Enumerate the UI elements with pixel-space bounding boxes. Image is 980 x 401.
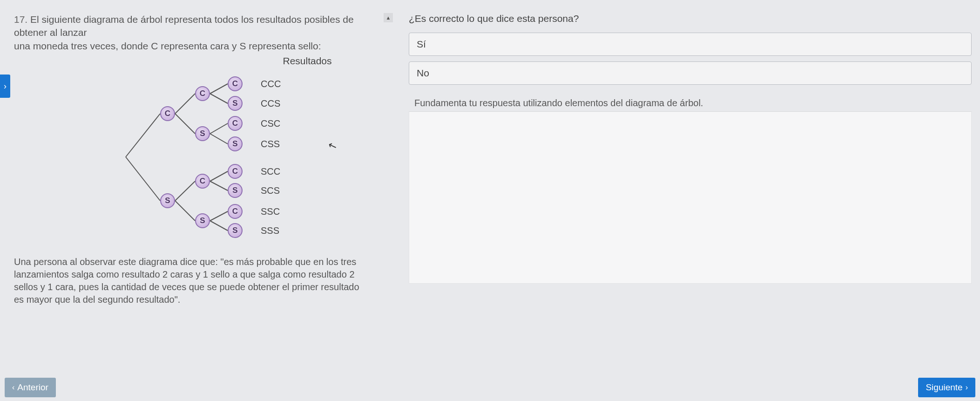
svg-line-12	[210, 211, 228, 221]
tree-node-l2-1: S	[195, 126, 210, 141]
outcome-label: CCC	[261, 79, 281, 89]
observation-statement: Una persona al observar este diagrama di…	[14, 256, 368, 306]
chevron-right-icon: ›	[966, 383, 968, 392]
outcome-label: SSS	[261, 225, 279, 236]
option-yes[interactable]: Sí	[409, 33, 972, 56]
answer-panel: ¿Es correcto lo que dice esta persona? S…	[400, 0, 980, 401]
tree-node-l1-1: S	[160, 193, 175, 208]
tree-node-l2-3: S	[195, 213, 210, 228]
outcome-label: SSC	[261, 206, 280, 217]
svg-line-9	[210, 134, 228, 144]
svg-line-8	[210, 123, 228, 134]
scroll-up-button[interactable]: ▲	[384, 13, 393, 22]
outcome-label: CSC	[261, 118, 280, 129]
prev-label: Anterior	[17, 382, 48, 393]
tree-node-l3-5: S	[228, 183, 243, 198]
tree-lines	[107, 69, 386, 242]
tree-node-l3-3: S	[228, 136, 243, 151]
tree-diagram: CSCSCSCSCSCSCSCCCCCSCSCCSSSCCSCSSSCSSS	[107, 69, 386, 242]
tree-node-l3-7: S	[228, 223, 243, 238]
question-text: 17. El siguiente diagrama de árbol repre…	[14, 13, 386, 53]
tree-node-l2-2: C	[195, 174, 210, 189]
next-label: Siguiente	[926, 382, 962, 393]
outcome-label: CSS	[261, 139, 280, 150]
chevron-left-icon: ‹	[12, 383, 14, 392]
svg-line-1	[126, 157, 160, 201]
svg-line-2	[175, 94, 195, 114]
tree-node-l2-0: C	[195, 86, 210, 101]
svg-line-11	[210, 181, 228, 190]
justify-label: Fundamenta tu respuesta utilizando eleme…	[414, 98, 972, 109]
option-no-label: No	[417, 68, 429, 78]
main-container: ▲ 17. El siguiente diagrama de árbol rep…	[0, 0, 980, 401]
caret-up-icon: ▲	[386, 15, 391, 20]
svg-line-10	[210, 171, 228, 181]
tree-node-l3-1: S	[228, 96, 243, 111]
option-no[interactable]: No	[409, 61, 972, 85]
svg-line-7	[210, 94, 228, 103]
option-yes-label: Sí	[417, 39, 426, 49]
svg-line-0	[126, 114, 160, 157]
tree-node-l3-6: C	[228, 204, 243, 219]
outcome-label: CCS	[261, 98, 280, 109]
tree-node-l3-2: C	[228, 116, 243, 131]
tree-node-l3-4: C	[228, 164, 243, 179]
outcome-label: SCC	[261, 166, 280, 177]
prev-button[interactable]: ‹ Anterior	[5, 378, 56, 397]
outcome-label: SCS	[261, 185, 280, 196]
question-panel: ▲ 17. El siguiente diagrama de árbol rep…	[0, 0, 400, 401]
answer-prompt: ¿Es correcto lo que dice esta persona?	[409, 13, 972, 24]
nav-footer: ‹ Anterior Siguiente ›	[0, 377, 980, 401]
question-line2: una moneda tres veces, donde C represent…	[14, 41, 321, 51]
results-header: Resultados	[228, 55, 386, 67]
question-number: 17.	[14, 14, 27, 25]
justify-textarea[interactable]	[409, 111, 972, 284]
svg-line-6	[210, 84, 228, 94]
svg-line-3	[175, 114, 195, 134]
next-button[interactable]: Siguiente ›	[918, 378, 975, 397]
tree-node-l1-0: C	[160, 106, 175, 121]
tree-node-l3-0: C	[228, 76, 243, 91]
svg-line-13	[210, 221, 228, 231]
svg-line-5	[175, 201, 195, 221]
question-line1: El siguiente diagrama de árbol represent…	[14, 14, 354, 38]
svg-line-4	[175, 181, 195, 201]
